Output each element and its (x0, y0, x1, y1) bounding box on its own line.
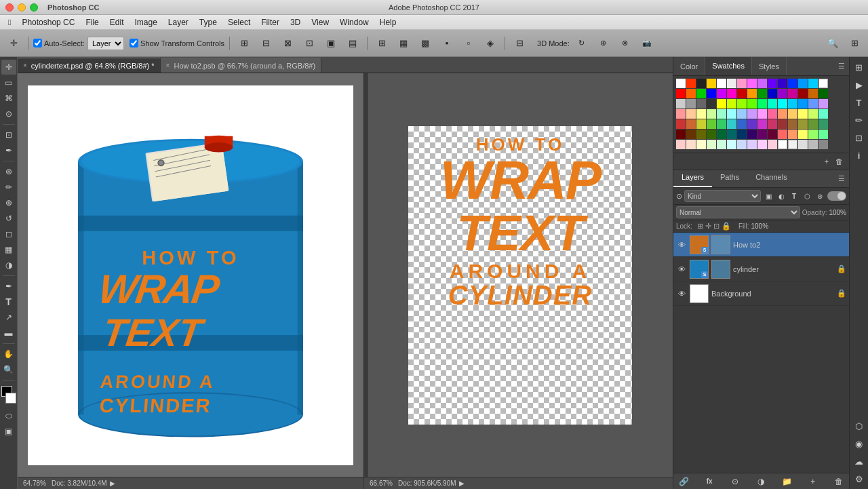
swatch[interactable] (676, 130, 686, 139)
lock-artboard-icon[interactable]: ⊡ (713, 222, 719, 231)
swatch[interactable] (686, 99, 696, 109)
add-mask-button[interactable]: ⊙ (729, 475, 741, 488)
swatch[interactable] (717, 140, 726, 149)
swatch[interactable] (727, 140, 736, 149)
swatch[interactable] (686, 140, 696, 149)
swatch[interactable] (768, 109, 777, 119)
swatch[interactable] (808, 130, 818, 139)
layer-visibility-background[interactable]: 👁 (676, 288, 687, 299)
auto-select-input[interactable] (33, 39, 42, 47)
panel-menu-icon[interactable]: ☰ (834, 62, 849, 71)
swatch[interactable] (686, 119, 696, 129)
lock-all-icon[interactable]: 🔒 (722, 222, 731, 231)
swatch[interactable] (798, 109, 808, 119)
swatch[interactable] (788, 99, 797, 109)
screen-mode-button[interactable]: ▣ (1, 424, 16, 439)
brush-tool[interactable]: ✏ (1, 180, 16, 195)
swatch[interactable] (747, 130, 757, 139)
canvas-right[interactable]: HOW TO WRAP TEXT AROUND A CYLINDER (368, 73, 673, 477)
swatch[interactable] (778, 119, 787, 129)
search-button[interactable]: 🔍 (823, 34, 842, 53)
layer-visibility-howto2[interactable]: 👁 (676, 239, 687, 250)
swatch[interactable] (768, 130, 777, 139)
swatch[interactable] (717, 119, 726, 129)
swatch[interactable] (747, 79, 757, 88)
align-center-h-button[interactable]: ⊟ (256, 34, 275, 53)
new-group-button[interactable]: 📁 (781, 475, 793, 488)
swatch[interactable] (696, 119, 706, 129)
swatch[interactable] (818, 99, 828, 109)
move-tool-button[interactable]: ✛ (4, 34, 23, 53)
play-icon[interactable]: ▶ (852, 77, 867, 92)
eraser-tool[interactable]: ◻ (1, 227, 16, 241)
swatch[interactable] (676, 119, 686, 129)
swatch[interactable] (788, 119, 797, 129)
distribute-left-button[interactable]: ⊞ (372, 34, 391, 53)
tab-close-right[interactable]: × (166, 62, 170, 69)
swatch[interactable] (707, 130, 716, 139)
fg-bg-color-widget[interactable] (1, 386, 16, 404)
close-button[interactable] (5, 3, 14, 12)
maximize-button[interactable] (30, 3, 38, 12)
lasso-tool[interactable]: ⌘ (1, 91, 16, 106)
blend-mode-select[interactable]: Normal (676, 206, 800, 218)
arrow-left[interactable]: ▶ (110, 480, 115, 487)
swatch[interactable] (707, 140, 716, 149)
marquee-tool[interactable]: ▭ (1, 75, 16, 90)
filter-toggle[interactable] (827, 191, 846, 201)
swatch[interactable] (768, 89, 777, 98)
text-tool[interactable]: T (1, 294, 16, 309)
swatch[interactable] (818, 89, 828, 98)
swatch[interactable] (768, 99, 777, 109)
swatch[interactable] (737, 119, 747, 129)
swatch[interactable] (727, 89, 736, 98)
menu-file[interactable]: File (80, 16, 104, 28)
pixel-filter[interactable]: ▣ (763, 191, 774, 201)
swatch[interactable] (676, 89, 686, 98)
swatch[interactable] (686, 130, 696, 139)
menu-select[interactable]: Select (222, 16, 256, 28)
swatch[interactable] (788, 89, 797, 98)
shape-filter[interactable]: ⬡ (802, 191, 812, 201)
delete-layer-button[interactable]: 🗑 (833, 475, 845, 488)
swatch[interactable] (737, 99, 747, 109)
swatch[interactable] (788, 140, 797, 149)
swatch[interactable] (808, 79, 818, 88)
layers-panel-menu[interactable]: ☰ (834, 174, 849, 183)
swatch[interactable] (768, 140, 777, 149)
link-layers-button[interactable]: 🔗 (677, 475, 690, 488)
layer-item-cylinder[interactable]: 👁 S cylinder 🔒 (673, 257, 849, 281)
new-layer-button[interactable]: + (807, 475, 819, 488)
swatch[interactable] (757, 79, 767, 88)
lock-position-icon[interactable]: ✛ (705, 222, 711, 231)
swatch[interactable] (727, 79, 736, 88)
swatch[interactable] (707, 99, 716, 109)
swatch[interactable] (737, 89, 747, 98)
shapes-icon[interactable]: ◉ (852, 436, 867, 451)
swatch[interactable] (676, 79, 686, 88)
path-select-tool[interactable]: ↗ (1, 310, 16, 325)
swatch[interactable] (808, 89, 818, 98)
swatch[interactable] (696, 79, 706, 88)
dodge-tool[interactable]: ◑ (1, 258, 16, 273)
menu-apple[interactable]:  (3, 16, 16, 28)
swatch[interactable] (696, 130, 706, 139)
info-icon[interactable]: i (852, 148, 867, 163)
history-tool[interactable]: ↺ (1, 211, 16, 226)
swatch[interactable] (717, 130, 726, 139)
smart-filter[interactable]: ⊛ (814, 191, 825, 201)
swatch[interactable] (818, 109, 828, 119)
background-color[interactable] (5, 393, 16, 404)
swatch[interactable] (818, 130, 828, 139)
menu-image[interactable]: Image (129, 16, 162, 28)
swatch[interactable] (707, 119, 716, 129)
menu-photoshop[interactable]: Photoshop CC (16, 16, 80, 28)
distribute-center-h-button[interactable]: ▦ (394, 34, 413, 53)
menu-3d[interactable]: 3D (285, 16, 306, 28)
swatch[interactable] (717, 79, 726, 88)
hand-tool[interactable]: ✋ (1, 347, 16, 361)
3d-rotate-button[interactable]: ↻ (572, 34, 591, 53)
eyedropper-tool[interactable]: ✒ (1, 143, 16, 158)
swatch[interactable] (696, 109, 706, 119)
swatch[interactable] (707, 109, 716, 119)
